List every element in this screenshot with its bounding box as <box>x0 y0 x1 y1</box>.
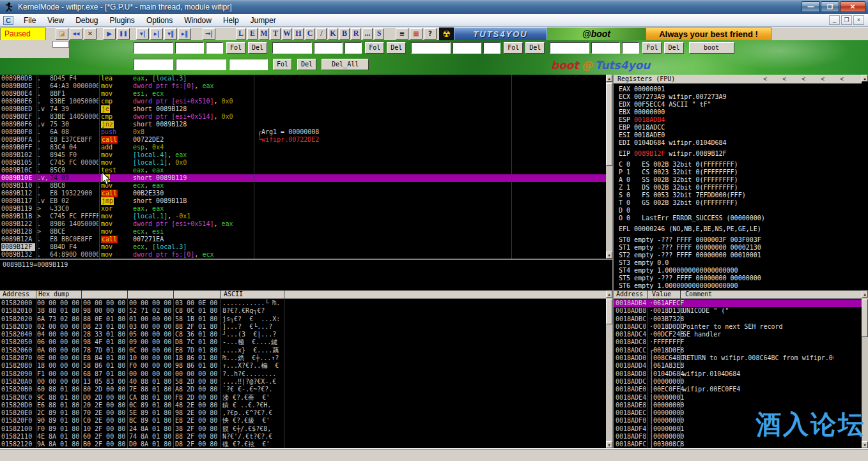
window-button-s[interactable]: S <box>374 28 384 40</box>
stack-row[interactable]: 0018ADD4│061A83EB <box>614 362 862 370</box>
window-button-t[interactable]: T <box>270 28 281 40</box>
register-line[interactable]: ECX 007273A9 wifipr.007273A9 <box>614 93 862 101</box>
window-button-l[interactable]: L <box>236 28 246 40</box>
register-line[interactable]: ST6 empty 1.0000000000000000000 <box>614 282 862 290</box>
del-button[interactable]: Del <box>664 42 683 54</box>
scroll-thumb[interactable] <box>606 83 612 166</box>
dump-row[interactable]: 0158203002 00 00 00D8 23 01 8003 00 00 0… <box>0 323 606 331</box>
scroll-up-icon[interactable]: ▲ <box>606 75 612 82</box>
dump-row[interactable]: 0158200000 00 00 0000 00 00 0000 00 00 0… <box>0 299 606 307</box>
cpu-window-icon[interactable]: C <box>3 16 13 25</box>
open-file-button[interactable]: ◪ <box>56 28 68 40</box>
disasm-row[interactable]: 0089B0FA.E8 E37CE8FFcall00722DE2└wifipr.… <box>0 136 612 144</box>
menu-item-window[interactable]: Window <box>178 15 217 26</box>
dump-row[interactable]: 015820E02C 89 01 8070 2E 00 805E 89 01 8… <box>0 409 606 417</box>
disasm-row[interactable]: 0089B132.64:890D 00000000movdword ptr fs… <box>0 251 612 259</box>
stack-row[interactable]: 0018ADC0·0018D0DCPointer to next SEH rec… <box>614 323 862 331</box>
skin-input[interactable] <box>345 42 362 54</box>
skin-input[interactable] <box>229 59 268 70</box>
disasm-row[interactable]: 0089B102.8945 F0mov[local.4], eax <box>0 151 612 159</box>
dump-row[interactable]: 015820D0E6 88 01 8020 2E 00 800C 89 01 8… <box>0 402 606 409</box>
disasm-row[interactable]: 0089B10C.85C0testeax, eax <box>0 167 612 174</box>
fol-button[interactable]: Fol <box>226 42 245 54</box>
dump-row[interactable]: 015820206A 73 02 8088 0E 01 8001 00 00 0… <box>0 315 606 323</box>
disasm-row[interactable]: 0089B0DB.8D45 F4leaeax, [local.3] <box>0 75 612 82</box>
stack-row[interactable]: 0018ADC4·00DCF24BSE handler <box>614 331 862 338</box>
stack-row[interactable]: 0018ADCC┌0018D0E8 <box>614 347 862 354</box>
skin-input[interactable] <box>272 42 312 54</box>
disasm-row[interactable]: 0089B0E6.83BE 10050000cmpdword ptr [esi+… <box>0 98 612 105</box>
disasm-row[interactable]: 0089B0FF.83C4 04addesp, 0x4 <box>0 144 612 151</box>
scroll-up-icon[interactable]: ▲ <box>606 291 612 298</box>
stack-row[interactable]: 0018ADE4│00000001 <box>614 394 862 402</box>
disasm-row[interactable]: 0089B11B>C745 FC FFFFFFFFmov[local.1], -… <box>0 213 612 220</box>
log-window-button[interactable]: ≡ <box>396 28 408 40</box>
step-button-3[interactable]: ▾‖ <box>164 28 177 40</box>
stack-col-address[interactable]: Address <box>616 291 643 298</box>
register-line[interactable]: S 0 FS 0053 32bit 7EFDD000(FFF) <box>614 192 862 199</box>
stack-col-comment[interactable]: Comment <box>685 291 712 298</box>
dump-row[interactable]: 015820F090 89 01 80C0 2E 00 80BC 89 01 8… <box>0 417 606 425</box>
skin-input[interactable] <box>411 42 451 54</box>
scroll-thumb[interactable] <box>862 299 868 337</box>
registers-header[interactable]: Registers (FPU) <<<<< <box>614 75 868 84</box>
mdi-close-button[interactable]: × <box>853 15 864 25</box>
register-line[interactable]: EDX 00F5ECC4 ASCII " tF" <box>614 101 862 109</box>
minimize-button[interactable]: — <box>802 1 820 12</box>
skin-input[interactable] <box>134 42 173 54</box>
window-button-slash[interactable]: / <box>316 28 327 40</box>
disasm-row[interactable]: 0089B119>↳33C0xoreax, eax <box>0 205 612 213</box>
dump-col-address[interactable]: Address <box>3 291 29 298</box>
stack-row[interactable]: 0018ADD8│0104D684wifipr.0104D684 <box>614 370 862 378</box>
register-line[interactable]: O 0 LastErr ERROR_SUCCESS (00000000) <box>614 215 862 222</box>
register-line[interactable]: P 1 CS 0023 32bit 0(FFFFFFFF) <box>614 169 862 176</box>
register-line[interactable]: ST3 empty 0.0 <box>614 259 862 267</box>
skin-input[interactable] <box>314 42 343 54</box>
register-line[interactable]: A 0 SS 002B 32bit 0(FFFFFFFF) <box>614 176 862 184</box>
dump-row[interactable]: 015820C09C 88 01 80D0 2D 00 80CA 88 01 8… <box>0 394 606 402</box>
disasm-row[interactable]: 0089B105.C745 FC 00000000mov[local.1], 0… <box>0 159 612 167</box>
disasm-row[interactable]: 0089B12F.8B4D F4movecx, [local.3] <box>0 243 612 251</box>
mdi-restore-button[interactable]: ❐ <box>841 15 852 25</box>
window-button-e[interactable]: E <box>247 28 258 40</box>
scroll-thumb[interactable] <box>606 299 612 324</box>
del-button[interactable]: Del <box>248 42 267 54</box>
stack-row[interactable]: 0018ADE0│00EC0FE4wifipr.00EC0FE4 <box>614 386 862 393</box>
menu-item-file[interactable]: File <box>18 15 42 26</box>
skin-input[interactable] <box>453 42 481 54</box>
stack-row[interactable]: 0018ADD0│008C64BCRETURN to wifipr.008C64… <box>614 354 862 362</box>
register-line[interactable]: EBP 0018ADCC <box>614 124 862 132</box>
dump-row[interactable]: 015820A000 00 00 0013 05 83 0040 88 01 8… <box>0 378 606 386</box>
run-to-cursor-button[interactable]: →| <box>203 28 215 40</box>
register-line[interactable]: ST5 empty -??? FFFF 00000000 00000000 <box>614 275 862 282</box>
window-button-r[interactable]: R <box>351 28 361 40</box>
skin-input[interactable] <box>175 42 204 54</box>
del-button[interactable]: Del <box>525 42 545 54</box>
register-line[interactable]: ST2 empty -??? FFFF 00000000 00010001 <box>614 252 862 259</box>
register-line[interactable]: C 0 ES 002B 32bit 0(FFFFFFFF) <box>614 161 862 169</box>
disasm-row[interactable]: 0089B122.8986 14050000movdword ptr [esi+… <box>0 220 612 228</box>
register-line[interactable]: T 0 GS 002B 32bit 0(FFFFFFFF) <box>614 199 862 207</box>
disasm-row[interactable]: 0089B0F6.v75 30jnzshort 0089B128 <box>0 121 612 128</box>
disasm-row[interactable]: 0089B110.8BC8movecx, eax <box>0 182 612 190</box>
close-process-button[interactable]: ✕ <box>84 28 97 40</box>
mdi-minimize-button[interactable]: _ <box>829 15 840 25</box>
register-line[interactable]: EAX 00000001 <box>614 86 862 93</box>
disasm-row[interactable]: 0089B0ED.v74 39jeshort 0089B128 <box>0 105 612 113</box>
disasm-scrollbar[interactable]: ▲ ▼ <box>606 75 612 259</box>
window-button-m[interactable]: M <box>259 28 269 40</box>
window-button-...[interactable]: ... <box>362 28 373 40</box>
fol-button[interactable]: Fol <box>642 42 662 54</box>
skin-input[interactable] <box>134 59 173 70</box>
window-button-w[interactable]: W <box>282 28 292 40</box>
dump-row[interactable]: 0158205006 00 00 0098 4F 01 8009 00 00 0… <box>0 338 606 346</box>
dump-row[interactable]: 0158208018 00 00 0058 86 01 80F0 00 00 0… <box>0 362 606 370</box>
scroll-down-icon[interactable]: ▼ <box>606 252 612 259</box>
menu-item-options[interactable]: Options <box>141 15 178 26</box>
dump-row[interactable]: 015821104E 8A 01 8060 2F 00 8074 8A 01 8… <box>0 433 606 441</box>
help-button[interactable]: ? <box>424 28 437 40</box>
dump-row[interactable]: 01582090F1 00 00 0068 87 01 8000 00 00 0… <box>0 370 606 378</box>
disasm-row[interactable]: 0089B0F8.6A 08push0x8┌Arg1 = 00000008 <box>0 128 612 136</box>
dump-scrollbar[interactable]: ▲ ▼ <box>606 291 612 448</box>
dump-row[interactable]: 015821209A 8A 01 80B0 2F 00 80D0 8A 01 8… <box>0 441 606 448</box>
